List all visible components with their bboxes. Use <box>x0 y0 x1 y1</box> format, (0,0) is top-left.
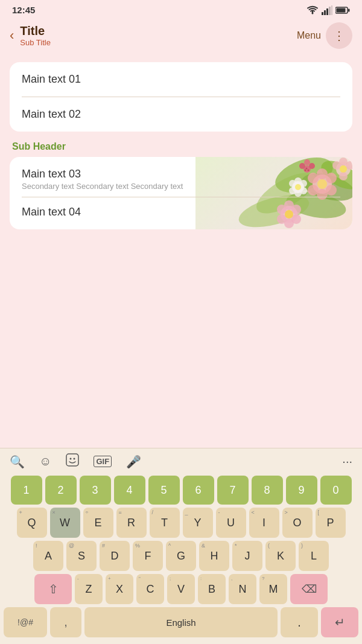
svg-rect-52 <box>66 454 78 466</box>
list-card-1: Main text 01 Main text 02 <box>10 62 352 132</box>
svg-rect-3 <box>326 8 328 15</box>
shift-key[interactable]: ⇧ <box>34 574 72 604</box>
status-icons <box>306 5 350 15</box>
key-0[interactable]: 0 <box>320 476 352 505</box>
list-item-2-text: Main text 02 <box>22 108 81 120</box>
list-item-1[interactable]: Main text 01 <box>22 62 340 97</box>
list-item-3-secondary: Secondary text Secondary text Secondary … <box>22 182 340 191</box>
period-key[interactable]: . <box>281 607 318 637</box>
key-x[interactable]: +X <box>106 574 133 604</box>
svg-point-53 <box>70 458 72 460</box>
key-4[interactable]: 4 <box>114 476 145 505</box>
more-toolbar-icon[interactable]: ··· <box>342 454 352 468</box>
key-o[interactable]: >O <box>282 508 313 538</box>
dots-icon: ⋮ <box>333 28 345 43</box>
key-m[interactable]: ?M <box>259 574 287 604</box>
key-u[interactable]: -U <box>216 508 246 538</box>
sub-header: Sub Header <box>10 136 352 157</box>
key-r[interactable]: =R <box>116 508 147 538</box>
key-e[interactable]: ÷E <box>83 508 113 538</box>
key-q[interactable]: +Q <box>17 508 47 538</box>
list-item-1-text: Main text 01 <box>22 73 81 85</box>
key-g[interactable]: ^G <box>166 541 196 571</box>
key-5[interactable]: 5 <box>148 476 180 505</box>
key-6[interactable]: 6 <box>183 476 214 505</box>
key-z[interactable]: -Z <box>75 574 103 604</box>
menu-label[interactable]: Menu <box>297 30 321 41</box>
qwerty-row: +Q ×W ÷E =R /T _Y -U <I >O [P <box>4 508 358 538</box>
list-card-2: Main text 03 Secondary text Secondary te… <box>10 157 352 229</box>
key-i[interactable]: <I <box>249 508 279 538</box>
list-item-4-main: Main text 04 <box>22 206 340 218</box>
comma-key[interactable]: , <box>50 607 81 637</box>
key-9[interactable]: 9 <box>286 476 317 505</box>
key-f[interactable]: %F <box>133 541 163 571</box>
keyboard: 🔍 ☺ GIF 🎤 ··· 1 2 3 4 5 6 7 8 9 0 <box>0 448 362 644</box>
key-t[interactable]: /T <box>150 508 180 538</box>
status-time: 12:45 <box>12 5 35 15</box>
asdf-row: !A @S #D %F ^G &H *J (K )L <box>4 541 358 571</box>
battery-icon <box>335 6 350 14</box>
key-c[interactable]: "C <box>136 574 164 604</box>
signal-icon <box>322 5 332 15</box>
status-bar: 12:45 <box>0 0 362 18</box>
key-p[interactable]: [P <box>316 508 346 538</box>
svg-rect-4 <box>329 7 331 15</box>
svg-rect-8 <box>337 8 346 12</box>
keyboard-rows: 1 2 3 4 5 6 7 8 9 0 +Q ×W ÷E =R /T _Y -U… <box>0 473 362 644</box>
key-d[interactable]: #D <box>100 541 130 571</box>
key-3[interactable]: 3 <box>80 476 111 505</box>
menu-area: Menu ⋮ <box>297 22 352 49</box>
gif-toolbar-icon[interactable]: GIF <box>94 456 112 467</box>
card2-content: Main text 03 Secondary text Secondary te… <box>10 157 352 229</box>
emoji-toolbar-icon[interactable]: ☺ <box>39 454 51 468</box>
key-s[interactable]: @S <box>66 541 97 571</box>
svg-rect-7 <box>348 8 350 11</box>
keyboard-toolbar: 🔍 ☺ GIF 🎤 ··· <box>0 448 362 473</box>
sym-key[interactable]: !@# <box>4 607 47 637</box>
list-item-3[interactable]: Main text 03 Secondary text Secondary te… <box>22 168 340 197</box>
page-title: Title <box>20 24 297 38</box>
list-item-3-main: Main text 03 <box>22 168 340 180</box>
sticker-toolbar-icon[interactable] <box>66 453 79 470</box>
key-j[interactable]: *J <box>232 541 262 571</box>
key-k[interactable]: (K <box>265 541 296 571</box>
mic-toolbar-icon[interactable]: 🎤 <box>126 454 141 469</box>
overflow-menu-button[interactable]: ⋮ <box>326 22 352 49</box>
title-area: Title Sub Title <box>20 24 297 47</box>
list-item-2[interactable]: Main text 02 <box>22 97 340 132</box>
key-b[interactable]: :B <box>198 574 226 604</box>
key-w[interactable]: ×W <box>50 508 80 538</box>
content-area: Main text 01 Main text 02 Sub Header <box>0 56 362 229</box>
key-2[interactable]: 2 <box>45 476 77 505</box>
key-n[interactable]: ,N <box>229 574 256 604</box>
key-y[interactable]: _Y <box>183 508 213 538</box>
key-8[interactable]: 8 <box>252 476 283 505</box>
key-a[interactable]: !A <box>33 541 63 571</box>
key-h[interactable]: &H <box>199 541 229 571</box>
svg-rect-1 <box>322 12 323 15</box>
key-l[interactable]: )L <box>299 541 329 571</box>
page-subtitle: Sub Title <box>20 38 297 47</box>
svg-point-54 <box>74 458 75 460</box>
zxcv-row: ⇧ -Z +X "C ;V :B ,N ?M ⌫ <box>4 574 358 604</box>
back-button[interactable]: ‹ <box>10 28 14 43</box>
key-7[interactable]: 7 <box>217 476 249 505</box>
svg-rect-2 <box>324 10 326 15</box>
key-v[interactable]: ;V <box>167 574 195 604</box>
key-1[interactable]: 1 <box>11 476 42 505</box>
list-item-4[interactable]: Main text 04 <box>22 197 340 218</box>
svg-rect-5 <box>331 5 332 15</box>
enter-key[interactable]: ↵ <box>321 607 358 637</box>
backspace-key[interactable]: ⌫ <box>290 574 328 604</box>
number-row: 1 2 3 4 5 6 7 8 9 0 <box>4 476 358 505</box>
search-toolbar-icon[interactable]: 🔍 <box>10 454 25 469</box>
bottom-row: !@# , English . ↵ <box>4 607 358 637</box>
top-bar: ‹ Title Sub Title Menu ⋮ <box>0 18 362 56</box>
svg-point-0 <box>312 12 314 14</box>
wifi-icon <box>306 5 319 15</box>
space-key[interactable]: English <box>84 607 278 637</box>
